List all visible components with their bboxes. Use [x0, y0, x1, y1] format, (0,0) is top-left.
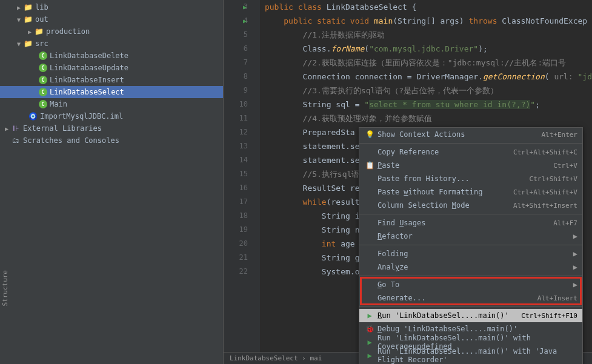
menu-item[interactable]: Analyze▶ — [359, 260, 582, 274]
play-icon: ▶ — [364, 351, 375, 360]
run-gutter-icon[interactable]: ▶ — [243, 0, 247, 14]
tree-label: LinkDatabseInsert — [50, 76, 124, 84]
tree-file[interactable]: CLinkDatabaseUpdate — [0, 62, 223, 74]
file-icon: 🧿 — [28, 111, 38, 121]
folder-icon: 📁 — [23, 2, 33, 12]
library-icon: ⊪ — [11, 124, 21, 133]
tree-external-libraries[interactable]: ▶⊪External Libraries — [0, 122, 223, 134]
bulb-icon: 💡 — [364, 130, 375, 139]
menu-item[interactable]: Folding▶ — [359, 247, 582, 260]
menu-item[interactable]: 💡Show Context ActionsAlt+Enter — [359, 128, 582, 141]
tree-label: lib — [35, 3, 48, 12]
project-tree[interactable]: ▶📁lib ▼📁out ▶📁production ▼📁src CLinkData… — [0, 0, 224, 364]
java-class-icon: C — [39, 64, 47, 72]
menu-item[interactable]: ▶Run 'LinkDatabseSel....main()'Ctrl+Shif… — [359, 309, 582, 322]
tree-file-selected[interactable]: CLinkDatabseSelect — [0, 86, 223, 98]
tree-file[interactable]: CMain — [0, 98, 223, 110]
tree-file-iml[interactable]: 🧿ImportMysqlJDBC.iml — [0, 110, 223, 122]
menu-item[interactable]: Paste without FormattingCtrl+Alt+Shift+V — [359, 185, 582, 199]
context-menu[interactable]: 💡Show Context ActionsAlt+EnterCopy Refer… — [359, 127, 583, 364]
play-icon: ▶ — [364, 311, 375, 320]
java-class-icon: C — [39, 76, 47, 84]
tree-folder-src[interactable]: ▼📁src — [0, 38, 223, 50]
folder-icon: 📁 — [34, 27, 44, 36]
menu-item[interactable]: Find UsagesAlt+F7 — [359, 216, 582, 230]
scratches-icon: 🗂 — [11, 136, 21, 145]
menu-item[interactable]: Refactor▶ — [359, 230, 582, 243]
folder-icon: 📁 — [23, 15, 33, 24]
java-class-icon: C — [39, 88, 47, 96]
tree-label: production — [46, 27, 90, 36]
paste-icon: 📋 — [364, 161, 375, 170]
menu-item[interactable]: Paste from History...Ctrl+Shift+V — [359, 172, 582, 185]
tree-label: src — [35, 39, 48, 48]
java-class-icon: C — [39, 100, 47, 108]
tree-label: External Libraries — [23, 124, 102, 133]
menu-item[interactable]: Go To▶ — [359, 278, 582, 291]
debug-icon: 🐞 — [364, 325, 375, 333]
play-icon: ▶ — [364, 338, 375, 346]
menu-item[interactable]: Copy ReferenceCtrl+Alt+Shift+C — [359, 145, 582, 159]
tree-label: ImportMysqlJDBC.iml — [40, 112, 123, 121]
tree-folder-out[interactable]: ▼📁out — [0, 13, 223, 25]
tree-label: Scratches and Consoles — [23, 136, 119, 145]
tree-file[interactable]: CLinkDatabaseDelete — [0, 50, 223, 62]
tree-label: LinkDatabaseUpdate — [50, 64, 128, 72]
tree-label: LinkDatabseSelect — [50, 88, 124, 96]
tree-folder-lib[interactable]: ▶📁lib — [0, 1, 223, 13]
menu-item[interactable]: ▶Run 'LinkDatabseSel....main()' with 'Ja… — [359, 349, 582, 362]
java-class-icon: C — [39, 51, 47, 60]
folder-icon: 📁 — [23, 39, 33, 48]
tree-folder-production[interactable]: ▶📁production — [0, 25, 223, 38]
line-gutter: 3▶ 4▶ 5 6 7 8 9 10 11 12 13 14 15 16 17 … — [224, 0, 260, 352]
tree-file[interactable]: CLinkDatabseInsert — [0, 74, 223, 86]
structure-tab[interactable]: Structure — [0, 267, 10, 309]
tree-label: LinkDatabaseDelete — [50, 51, 128, 60]
menu-item[interactable]: 📋PasteCtrl+V — [359, 159, 582, 172]
tree-label: out — [35, 15, 48, 24]
menu-item[interactable]: Column Selection ModeAlt+Shift+Insert — [359, 199, 582, 212]
tree-scratches[interactable]: 🗂Scratches and Consoles — [0, 134, 223, 147]
tree-label: Main — [50, 100, 67, 108]
menu-item[interactable]: Generate...Alt+Insert — [359, 291, 582, 305]
run-gutter-icon[interactable]: ▶ — [243, 14, 247, 28]
